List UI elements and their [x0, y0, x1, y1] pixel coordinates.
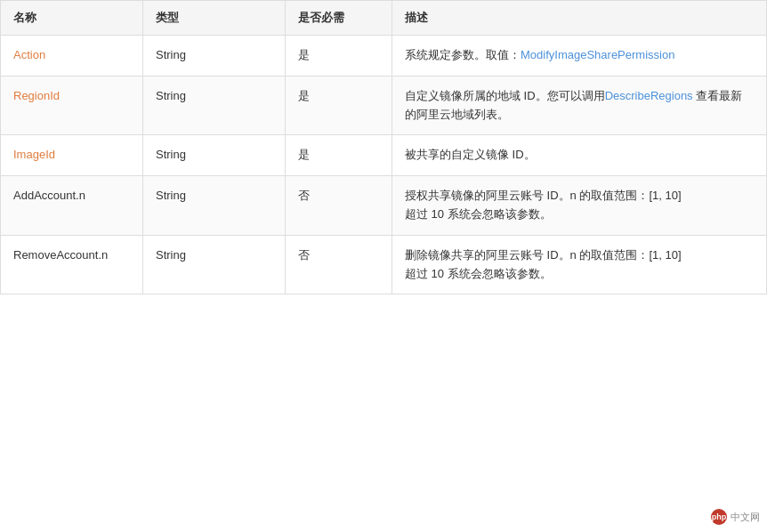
header-desc: 描述	[392, 1, 767, 36]
table-row: RegionIdString是自定义镜像所属的地域 ID。您可以调用Descri…	[1, 76, 767, 135]
desc-link[interactable]: DescribeRegions	[605, 89, 693, 102]
cell-name: AddAccount.n	[1, 176, 143, 236]
cell-name: RegionId	[1, 76, 143, 135]
api-params-table: 名称 类型 是否必需 描述 ActionString是系统规定参数。取值：Mod…	[0, 0, 767, 294]
header-required: 是否必需	[286, 1, 392, 36]
cell-required: 否	[286, 235, 392, 294]
header-name: 名称	[1, 1, 143, 36]
cell-description: 自定义镜像所属的地域 ID。您可以调用DescribeRegions 查看最新的…	[392, 76, 767, 135]
table-row: AddAccount.nString否授权共享镜像的阿里云账号 ID。n 的取值…	[1, 176, 767, 236]
cell-name: RemoveAccount.n	[1, 235, 143, 294]
cell-description: 删除镜像共享的阿里云账号 ID。n 的取值范围：[1, 10]超过 10 系统会…	[392, 235, 767, 294]
cell-type: String	[143, 76, 286, 135]
cell-required: 是	[286, 36, 392, 77]
cell-required: 是	[286, 76, 392, 135]
table-row: RemoveAccount.nString否删除镜像共享的阿里云账号 ID。n …	[1, 235, 767, 294]
cell-required: 是	[286, 135, 392, 176]
cell-type: String	[143, 176, 286, 236]
desc-link[interactable]: ModifyImageSharePermission	[521, 48, 674, 61]
cell-description: 被共享的自定义镜像 ID。	[392, 135, 767, 176]
cell-name: Action	[1, 36, 143, 77]
cell-name: ImageId	[1, 135, 143, 176]
table-row: ImageIdString是被共享的自定义镜像 ID。	[1, 135, 767, 176]
name-link[interactable]: RegionId	[13, 89, 60, 102]
cell-type: String	[143, 235, 286, 294]
name-link[interactable]: Action	[13, 48, 45, 61]
cell-type: String	[143, 36, 286, 77]
name-link[interactable]: ImageId	[13, 148, 55, 161]
table-row: ActionString是系统规定参数。取值：ModifyImageShareP…	[1, 36, 767, 77]
cell-required: 否	[286, 176, 392, 236]
header-type: 类型	[143, 1, 286, 36]
cell-description: 系统规定参数。取值：ModifyImageSharePermission	[392, 36, 767, 77]
cell-description: 授权共享镜像的阿里云账号 ID。n 的取值范围：[1, 10]超过 10 系统会…	[392, 176, 767, 236]
cell-type: String	[143, 135, 286, 176]
